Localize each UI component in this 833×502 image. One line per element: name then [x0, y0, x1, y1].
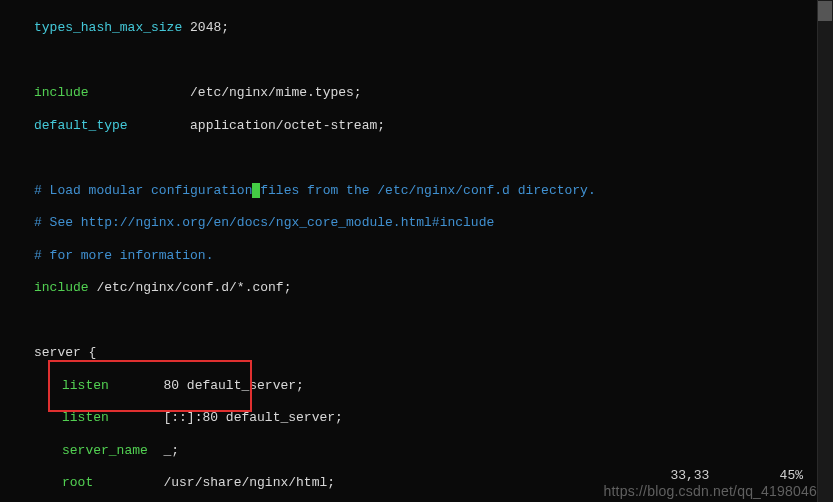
comment: # See http://nginx.org/en/docs/ngx_core_…: [34, 215, 494, 230]
watermark: https://blog.csdn.net/qq_41980461: [604, 483, 825, 501]
comment: # for more information.: [34, 248, 213, 263]
scrollbar-track[interactable]: [817, 0, 833, 502]
value: application/octet-stream;: [190, 118, 385, 133]
directive: types_hash_max_size: [34, 20, 182, 35]
directive: default_type: [34, 118, 128, 133]
value: _;: [163, 443, 179, 458]
comment: Load modular configuration: [42, 183, 253, 198]
listen-keyword: listen: [62, 410, 109, 425]
value: 80 default_server;: [163, 378, 303, 393]
root-keyword: root: [62, 475, 93, 490]
listen-keyword: listen: [62, 378, 109, 393]
path: /etc/nginx/conf.d/*.conf;: [89, 280, 292, 295]
value: [::]:80 default_server;: [163, 410, 342, 425]
terminal-editor[interactable]: types_hash_max_size 2048; include /etc/n…: [0, 0, 833, 502]
server-name-keyword: server_name: [62, 443, 148, 458]
comment: #: [34, 183, 42, 198]
server-block-open: server {: [34, 345, 96, 360]
comment: files from the /etc/nginx/conf.d directo…: [260, 183, 595, 198]
include-keyword: include: [34, 85, 89, 100]
include-keyword: include: [34, 280, 89, 295]
scrollbar-thumb[interactable]: [818, 1, 832, 21]
value: 2048;: [182, 20, 229, 35]
path: /etc/nginx/mime.types;: [190, 85, 362, 100]
value: /usr/share/nginx/html;: [163, 475, 335, 490]
